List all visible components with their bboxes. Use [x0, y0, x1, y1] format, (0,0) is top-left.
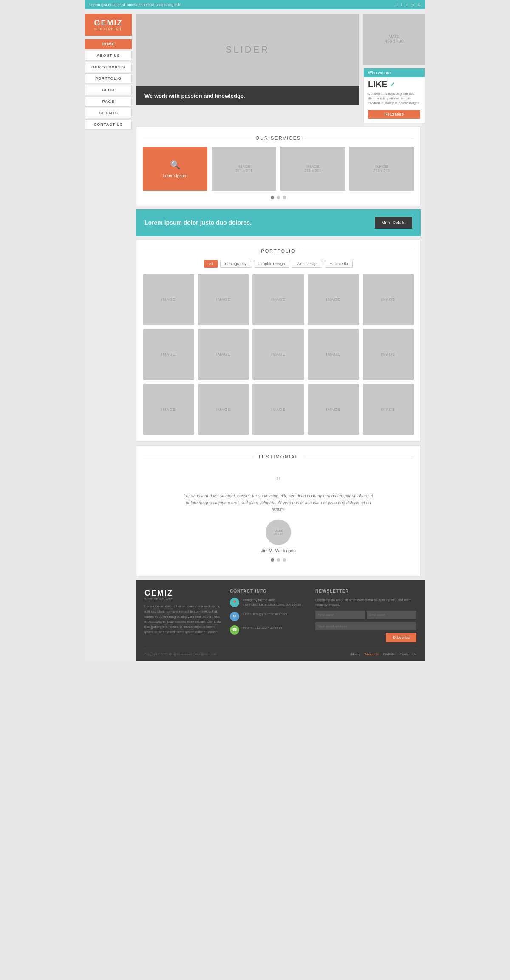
- hero-right-image: IMAGE 490 x 490: [363, 14, 425, 65]
- portfolio-item-13[interactable]: IMAGE: [252, 384, 304, 435]
- like-text: LIKE ✓: [364, 79, 425, 89]
- tagline-normal: We work with: [144, 93, 180, 99]
- service-featured[interactable]: 🔍 Lorem Ipsum: [143, 147, 207, 191]
- dot-2[interactable]: [277, 196, 280, 199]
- services-grid: 🔍 Lorem Ipsum IMAGE 211 x 211 IMAGE 211 …: [143, 147, 414, 191]
- testimonial-pagination: [160, 558, 397, 562]
- filter-multimedia[interactable]: Multimedia: [325, 260, 353, 268]
- nav-portfolio[interactable]: PORTFOLIO: [85, 73, 132, 84]
- rss-icon[interactable]: ⊕: [417, 3, 421, 7]
- portfolio-item-12[interactable]: IMAGE: [198, 384, 249, 435]
- testimonial-avatar: IMAGE 80 x 80: [266, 520, 291, 545]
- portfolio-title: PORTFOLIO: [143, 249, 414, 254]
- nav-about[interactable]: ABOUT US: [85, 51, 132, 61]
- right-image-label: IMAGE: [387, 34, 401, 39]
- googleplus-icon[interactable]: +: [406, 3, 408, 7]
- address-icon: 📍: [230, 598, 239, 607]
- nav-contact[interactable]: CONTACT US: [85, 119, 132, 130]
- testimonial-dot-2[interactable]: [277, 558, 280, 562]
- service-img-2-label: IMAGE: [306, 164, 319, 169]
- service-img-3-dims: 211 x 211: [373, 169, 390, 173]
- service-img-1: IMAGE 211 x 211: [212, 147, 276, 191]
- nav-home[interactable]: HOME: [85, 39, 132, 49]
- footer-about: GEMIZ SITE TEMPLATE Lorem ipsum dolor si…: [144, 589, 221, 642]
- portfolio-filters: All Photography Graphic Design Web Desig…: [143, 260, 414, 268]
- twitter-icon[interactable]: t: [401, 3, 402, 7]
- sidebar: GEMIZ SITE TEMPLATE HOME ABOUT US OUR SE…: [85, 9, 132, 661]
- testimonial-dot-1[interactable]: [271, 558, 274, 562]
- footer-nav-contact[interactable]: Contact Us: [400, 652, 416, 656]
- nav-clients[interactable]: CLIENTS: [85, 108, 132, 118]
- footer-nav-about[interactable]: About Us: [365, 652, 379, 656]
- quote-icon: ": [160, 474, 397, 489]
- portfolio-item-1[interactable]: IMAGE: [143, 274, 194, 325]
- portfolio-item-9[interactable]: IMAGE: [308, 329, 359, 380]
- dot-3[interactable]: [283, 196, 286, 199]
- footer-logo-sub: SITE TEMPLATE: [144, 598, 221, 601]
- phone-text: Phone: 111-123-456-9999: [243, 625, 282, 630]
- footer-newsletter: NEWSLETTER Lorem ipsum dolor sit amet co…: [315, 589, 416, 642]
- footer-nav-portfolio[interactable]: Portfolio: [383, 652, 395, 656]
- portfolio-item-2[interactable]: IMAGE: [198, 274, 249, 325]
- portfolio-item-4[interactable]: IMAGE: [308, 274, 359, 325]
- nav-blog[interactable]: BLOG: [85, 85, 132, 95]
- footer-nav-home[interactable]: Home: [351, 652, 360, 656]
- right-panel: IMAGE 490 x 490 Who we are LIKE ✓ Conset…: [363, 14, 425, 123]
- portfolio-item-15[interactable]: IMAGE: [363, 384, 414, 435]
- phone-icon: ☎: [230, 625, 239, 635]
- nav-page[interactable]: PAGE: [85, 96, 132, 107]
- address-text: Company Name amet4884 Lilac Lane Statesb…: [243, 598, 301, 607]
- nav-services[interactable]: OUR SERVICES: [85, 62, 132, 72]
- portfolio-item-3[interactable]: IMAGE: [252, 274, 304, 325]
- top-bar: Lorem ipsum dolor sit amet consetetur sa…: [85, 0, 425, 9]
- first-name-input[interactable]: [315, 611, 365, 619]
- email-input[interactable]: [315, 622, 416, 630]
- who-desc: Consetetur sadipscing elitr sed diam non…: [364, 89, 425, 108]
- service-featured-label: Lorem Ipsum: [163, 173, 187, 178]
- filter-all[interactable]: All: [204, 260, 218, 268]
- portfolio-item-10[interactable]: IMAGE: [363, 329, 414, 380]
- last-name-input[interactable]: [367, 611, 416, 619]
- cta-button[interactable]: More Details: [375, 217, 412, 229]
- email-icon: ✉: [230, 612, 239, 621]
- right-image-dims: 490 x 490: [385, 39, 404, 44]
- footer-about-text: Lorem ipsum dolor sit amet, consetetur s…: [144, 604, 221, 635]
- portfolio-item-14[interactable]: IMAGE: [308, 384, 359, 435]
- testimonial-text: Lorem ipsum dolor sit amet, consetetur s…: [183, 493, 374, 513]
- filter-photography[interactable]: Photography: [220, 260, 251, 268]
- footer-nav: Home About Us Portfolio Contact Us: [351, 652, 416, 656]
- newsletter-name-row: [315, 611, 416, 619]
- contact-phone: ☎ Phone: 111-123-456-9999: [230, 625, 307, 635]
- newsletter-text: Lorem ipsum dolor sit amet consetetur sa…: [315, 598, 416, 607]
- testimonial-content: " Lorem ipsum dolor sit amet, consetetur…: [143, 466, 414, 570]
- services-section: OUR SERVICES 🔍 Lorem Ipsum IMAGE 211 x 2…: [136, 127, 421, 206]
- tagline-bold: passion and knowledge.: [181, 93, 245, 99]
- portfolio-item-11[interactable]: IMAGE: [143, 384, 194, 435]
- portfolio-section: PORTFOLIO All Photography Graphic Design…: [136, 240, 421, 442]
- logo-box: GEMIZ SITE TEMPLATE: [85, 14, 132, 36]
- filter-graphic-design[interactable]: Graphic Design: [254, 260, 289, 268]
- portfolio-item-6[interactable]: IMAGE: [143, 329, 194, 380]
- portfolio-item-7[interactable]: IMAGE: [198, 329, 249, 380]
- services-pagination: [143, 196, 414, 199]
- who-header: Who we are: [364, 68, 425, 77]
- subscribe-button[interactable]: Subscribe: [386, 633, 416, 642]
- slider-box: SLIDER: [136, 14, 359, 86]
- read-more-button[interactable]: Read More: [368, 110, 420, 119]
- dot-1[interactable]: [271, 196, 274, 199]
- filter-web-design[interactable]: Web Design: [292, 260, 322, 268]
- testimonial-dot-3[interactable]: [283, 558, 286, 562]
- portfolio-item-5[interactable]: IMAGE: [363, 274, 414, 325]
- service-img-3-label: IMAGE: [375, 164, 388, 169]
- pinterest-icon[interactable]: p: [411, 3, 414, 7]
- facebook-icon[interactable]: f: [397, 3, 398, 7]
- slider-label: SLIDER: [226, 44, 269, 55]
- testimonial-section: TESTIMONIAL " Lorem ipsum dolor sit amet…: [136, 445, 421, 577]
- portfolio-item-8[interactable]: IMAGE: [252, 329, 304, 380]
- footer-contact: CONTACT INFO 📍 Company Name amet4884 Lil…: [230, 589, 307, 642]
- cta-bold-text: justo duo dolores.: [200, 219, 252, 226]
- footer-logo-title: GEMIZ: [144, 589, 221, 598]
- testimonial-title: TESTIMONIAL: [143, 454, 414, 459]
- logo-title: GEMIZ: [88, 19, 128, 28]
- logo-subtitle: SITE TEMPLATE: [88, 28, 128, 31]
